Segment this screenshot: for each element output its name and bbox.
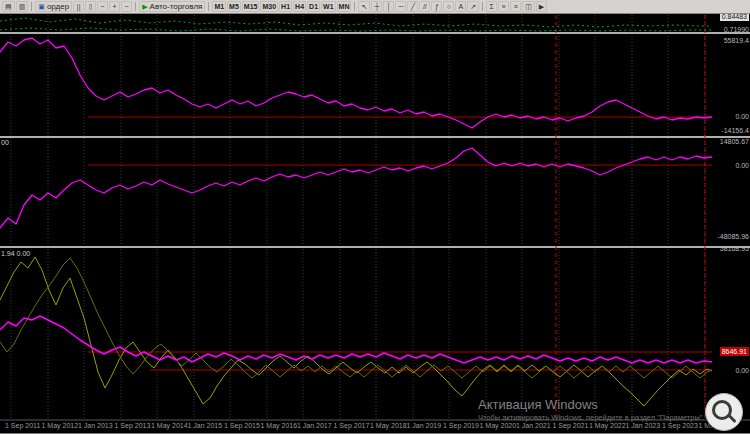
timeframe-w1-button[interactable]: W1 <box>321 1 336 12</box>
price-scale-label: 55819.4 <box>724 36 749 45</box>
indicator-value-label: 00 <box>1 139 9 146</box>
autoscroll-icon[interactable]: » <box>498 1 509 12</box>
pane3-magenta-series[interactable] <box>0 316 712 363</box>
zoom-in-icon[interactable]: + <box>109 1 120 12</box>
time-scale-label: 1 Sep 2013 <box>115 422 151 429</box>
time-scale-label: 1 Sep 2015 <box>224 422 260 429</box>
text-icon[interactable]: A <box>455 1 466 12</box>
drawing-tools-group: ↖┼│─╱//ƒ○A↗ <box>358 1 479 12</box>
profiles-icon[interactable]: ▥ <box>16 1 29 12</box>
main-lower-dotted-series[interactable] <box>0 28 712 31</box>
new-order-icon: ▣ <box>38 3 45 10</box>
timeframe-m30-button[interactable]: M30 <box>260 1 278 12</box>
magnifier-overlay-button[interactable] <box>705 393 743 431</box>
zoom-out-icon[interactable]: − <box>121 1 132 12</box>
channel-icon[interactable]: // <box>419 1 430 12</box>
time-scale-label: 1 May 2022 <box>589 422 626 429</box>
toolbar-separator <box>31 2 32 11</box>
horizontal-line-icon[interactable]: ─ <box>395 1 406 12</box>
time-scale-label: 1 Jan 2013 <box>78 422 113 429</box>
time-scale-label: 1 May 2016 <box>261 422 298 429</box>
time-scale-label: 1 Jan 2015 <box>188 422 223 429</box>
timeframe-mn-button[interactable]: MN <box>337 1 352 12</box>
price-scale-label: 0.00 <box>735 366 749 375</box>
toolbar-right-group: Σ»≡◫▶ <box>486 1 547 12</box>
time-scale-label: 1 Jan 2021 <box>516 422 551 429</box>
new-order-button[interactable]: ▣ ордер <box>35 1 72 12</box>
pane1-magenta-series[interactable] <box>0 38 712 128</box>
time-scale-label: 1 Sep 2023 <box>662 422 698 429</box>
price-scale-label: 8646.91 <box>720 347 749 356</box>
price-scale-label: 0.00 <box>735 161 749 170</box>
time-scale-label: 1 Sep 2017 <box>334 422 370 429</box>
price-scale-label: -48085.96 <box>717 232 749 241</box>
chart-bars-icon[interactable]: || <box>73 1 84 12</box>
timeframe-m5-button[interactable]: M5 <box>227 1 241 12</box>
windows-activation-subtext: Чтобы активировать Windows, перейдите в … <box>478 413 705 422</box>
pane3-olive-b-series[interactable] <box>0 258 712 378</box>
pane2-magenta-series[interactable] <box>0 148 712 228</box>
indicators-icon[interactable]: Σ <box>486 1 497 12</box>
fibonacci-icon[interactable]: ƒ <box>431 1 442 12</box>
main-upper-dotted-series[interactable] <box>0 18 712 27</box>
toolbar-separator <box>354 2 355 11</box>
price-scale-label: -14156.4 <box>721 126 749 135</box>
time-scale-label: 1 Jan 2019 <box>407 422 442 429</box>
chart-candles-icon[interactable]: ▯ <box>85 1 96 12</box>
time-scale-label: 1 Sep 2011 <box>5 422 40 429</box>
autotrade-button[interactable]: ▶ Авто-торговля <box>139 1 205 12</box>
toolbar-separator <box>135 2 136 11</box>
chart-area[interactable] <box>0 0 750 434</box>
arrows-icon[interactable]: ↗ <box>467 1 479 12</box>
time-scale-label: 1 Jan 2023 <box>626 422 661 429</box>
price-scale-label: 58168.95 <box>720 244 749 253</box>
timeframe-m1-button[interactable]: M1 <box>212 1 226 12</box>
toolbar-separator <box>208 2 209 11</box>
timeframe-group: M1M5M15M30H1H4D1W1MN <box>212 1 351 12</box>
price-scale-label: 14805.67 <box>720 137 749 146</box>
autotrade-label: Авто-торговля <box>150 3 203 11</box>
toolbar-separator <box>482 2 483 11</box>
crosshair-icon[interactable]: ┼ <box>371 1 382 12</box>
trendline-icon[interactable]: ╱ <box>407 1 418 12</box>
timeframe-m15-button[interactable]: M15 <box>242 1 260 12</box>
price-scale[interactable]: 0.844830.7199055819.40.00-14156.414805.6… <box>712 0 750 419</box>
vertical-line-icon[interactable]: │ <box>383 1 394 12</box>
price-scale-label: 0.71990 <box>724 25 749 34</box>
timeframe-h4-button[interactable]: H4 <box>293 1 306 12</box>
timeframe-h1-button[interactable]: H1 <box>279 1 292 12</box>
windows-activation-watermark: Активация Windows <box>478 397 598 412</box>
new-order-label: ордер <box>47 3 69 11</box>
time-scale-label: 1 Jan 2017 <box>297 422 332 429</box>
terminal-window: ▤▥ ▣ ордер ||▯~+− ▶ Авто-торговля M1M5M1… <box>0 0 750 434</box>
magnifier-icon <box>712 400 732 420</box>
time-scale-label: 1 May 2012 <box>42 422 79 429</box>
new-chart-icon[interactable]: ▤ <box>2 1 15 12</box>
time-scale-label: 1 Sep 2021 <box>553 422 589 429</box>
autotrade-play-icon: ▶ <box>142 3 147 10</box>
chart-line-icon[interactable]: ~ <box>97 1 108 12</box>
time-scale-label: 1 May 2014 <box>151 422 188 429</box>
shapes-icon[interactable]: ○ <box>443 1 454 12</box>
chart-shift-icon[interactable]: ≡ <box>510 1 521 12</box>
price-scale-label: 0.00 <box>735 112 749 121</box>
indicator-value-label: 1.94 0.00 <box>1 250 30 257</box>
time-scale-label: 1 Sep 2019 <box>443 422 479 429</box>
time-scale-label: 1 May 2020 <box>480 422 517 429</box>
toolbar-left-group: ▤▥ <box>2 1 28 12</box>
cursor-icon[interactable]: ↖ <box>358 1 370 12</box>
toolbar: ▤▥ ▣ ордер ||▯~+− ▶ Авто-торговля M1M5M1… <box>0 0 750 14</box>
strategy-tester-icon[interactable]: ▶ <box>536 1 547 12</box>
timeframe-d1-button[interactable]: D1 <box>307 1 320 12</box>
toolbar-chart-group: ||▯~+− <box>73 1 132 12</box>
tile-windows-icon[interactable]: ◫ <box>522 1 535 12</box>
time-scale-label: 1 May 2018 <box>370 422 407 429</box>
